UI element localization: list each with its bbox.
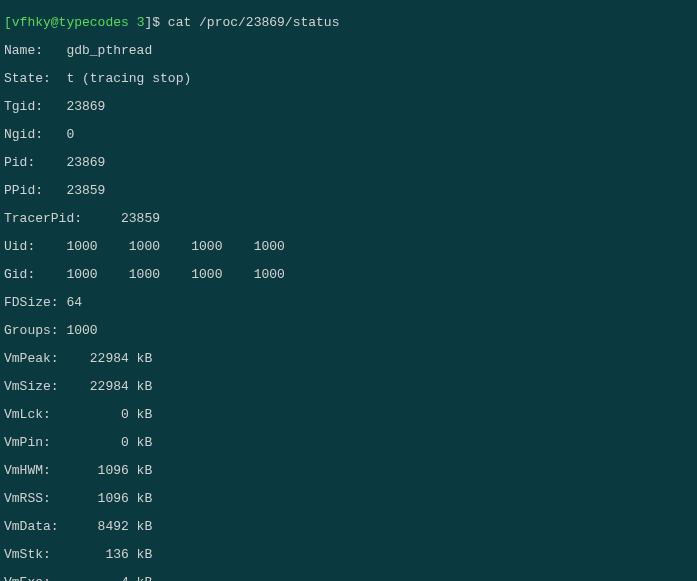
terminal-output: [vfhky@typecodes 3]$ cat /proc/23869/sta… <box>0 0 697 581</box>
status-state: State: t (tracing stop) <box>4 72 693 86</box>
status-vmpin: VmPin: 0 kB <box>4 436 693 450</box>
status-vmstk: VmStk: 136 kB <box>4 548 693 562</box>
status-ppid: PPid: 23859 <box>4 184 693 198</box>
prompt-path: 3 <box>129 15 145 30</box>
status-vmrss: VmRSS: 1096 kB <box>4 492 693 506</box>
status-vmsize: VmSize: 22984 kB <box>4 380 693 394</box>
status-name: Name: gdb_pthread <box>4 44 693 58</box>
status-uid: Uid: 1000 1000 1000 1000 <box>4 240 693 254</box>
status-vmpeak: VmPeak: 22984 kB <box>4 352 693 366</box>
status-vmlck: VmLck: 0 kB <box>4 408 693 422</box>
prompt-user: [vfhky@typecodes <box>4 15 129 30</box>
status-tgid: Tgid: 23869 <box>4 100 693 114</box>
status-pid: Pid: 23869 <box>4 156 693 170</box>
status-gid: Gid: 1000 1000 1000 1000 <box>4 268 693 282</box>
status-vmhwm: VmHWM: 1096 kB <box>4 464 693 478</box>
status-fdsize: FDSize: 64 <box>4 296 693 310</box>
prompt-close: ]$ <box>144 15 167 30</box>
status-groups: Groups: 1000 <box>4 324 693 338</box>
prompt-line-1[interactable]: [vfhky@typecodes 3]$ cat /proc/23869/sta… <box>4 16 693 30</box>
status-ngid: Ngid: 0 <box>4 128 693 142</box>
status-vmdata: VmData: 8492 kB <box>4 520 693 534</box>
command-text: cat /proc/23869/status <box>168 15 340 30</box>
status-tracerpid: TracerPid: 23859 <box>4 212 693 226</box>
status-vmexe: VmExe: 4 kB <box>4 576 693 581</box>
